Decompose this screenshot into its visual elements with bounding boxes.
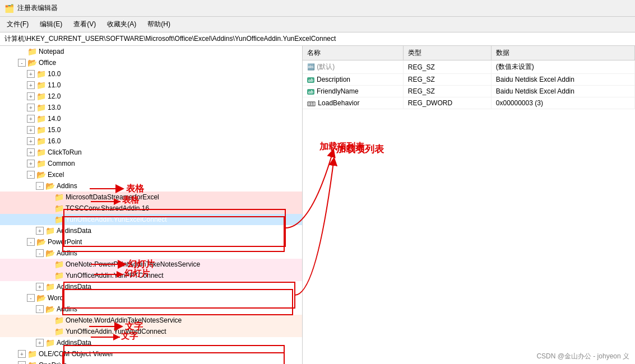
list-item[interactable]: + 📁 AddinsData (0, 225, 302, 236)
watermark: CSDN @金山办公 - johyeon 义 (536, 352, 629, 361)
expand-btn[interactable]: - (36, 182, 44, 190)
menu-edit[interactable]: 编辑(E) (38, 18, 64, 30)
node-label: AddinsData (57, 227, 91, 235)
tree-panel[interactable]: 📁 Notepad - 📂 Office + 📁 10.0 + 📁 11.0 + (0, 46, 303, 364)
entry-type: REG_SZ (403, 60, 491, 74)
list-item[interactable]: 📁 TCSCConv.SharedAddin.16 (0, 203, 302, 214)
list-item[interactable]: - 📂 Addins (0, 248, 302, 259)
menu-file[interactable]: 文件(F) (4, 18, 31, 30)
expand-btn[interactable]: + (27, 104, 35, 111)
entry-type: REG_SZ (403, 74, 491, 86)
node-label: TCSCConv.SharedAddin.16 (66, 204, 149, 212)
list-item[interactable]: - 📂 PowerPoint (0, 236, 302, 248)
folder-icon: 📁 (27, 361, 37, 364)
folder-icon: 📂 (36, 237, 46, 246)
list-item[interactable]: 📁 YunOfficeAddin.YunWordConnect (0, 326, 302, 337)
expand-btn[interactable]: + (36, 339, 44, 347)
list-item[interactable]: - 📂 Word (0, 292, 302, 304)
list-item[interactable]: 📁 OneNote.PowerPointAddinTakeNotesServic… (0, 259, 302, 270)
folder-icon: 📁 (27, 47, 37, 56)
table-row[interactable]: abFriendlyName REG_SZ Baidu Netdisk Exce… (303, 86, 635, 97)
list-item[interactable]: 📁 MicrosoftDataStreamerforExcel (0, 192, 302, 203)
entry-name: abDescription (303, 74, 403, 86)
table-row[interactable]: abDescription REG_SZ Baidu Netdisk Excel… (303, 74, 635, 86)
address-bar[interactable]: 计算机\HKEY_CURRENT_USER\SOFTWARE\Microsoft… (0, 32, 635, 46)
col-type: 类型 (403, 46, 491, 60)
entry-type: REG_SZ (403, 86, 491, 97)
list-item[interactable]: 📁 OneNote.WordAddinTakeNotesService (0, 315, 302, 326)
node-label: YunOfficeAddin.YunPPTConnect (66, 272, 164, 279)
list-item[interactable]: 📁 Notepad (0, 46, 302, 57)
folder-icon: 📁 (36, 69, 46, 78)
menu-favorites[interactable]: 收藏夹(A) (105, 18, 138, 30)
list-item[interactable]: + 📁 16.0 (0, 136, 302, 147)
expand-btn[interactable]: + (27, 126, 35, 134)
list-item[interactable]: 📁 YunOfficeAddin.YunPPTConnect (0, 270, 302, 281)
expand-btn[interactable]: - (36, 249, 44, 257)
expand-btn[interactable]: + (36, 283, 44, 291)
menu-view[interactable]: 查看(V) (71, 18, 98, 30)
list-item[interactable]: + 📁 OLE/COM Object Viewer (0, 348, 302, 360)
expand-btn[interactable]: + (27, 160, 35, 167)
col-data: 数据 (491, 46, 634, 60)
list-item[interactable]: - 📂 Addins (0, 304, 302, 315)
list-item[interactable]: - 📂 Office (0, 57, 302, 68)
expand-btn[interactable]: + (27, 115, 35, 123)
list-item[interactable]: + 📁 15.0 (0, 124, 302, 136)
entry-name: abFriendlyName (303, 86, 403, 97)
expand-btn[interactable]: + (27, 92, 35, 100)
list-item[interactable]: + 📁 AddinsData (0, 281, 302, 292)
table-row[interactable]: 010LoadBehavior REG_DWORD 0x00000003 (3) (303, 97, 635, 109)
expand-btn[interactable]: - (27, 171, 35, 179)
node-label: 11.0 (48, 81, 61, 89)
expand-btn[interactable]: + (36, 227, 44, 235)
node-label: YunOfficeAddin.YunExcelConnect (66, 216, 167, 223)
expand-btn[interactable]: - (27, 294, 35, 302)
list-item[interactable]: + 📁 13.0 (0, 102, 302, 113)
list-item[interactable]: + 📁 Common (0, 158, 302, 169)
folder-icon: 📁 (45, 226, 55, 235)
node-label: Common (48, 160, 75, 167)
folder-icon: 📁 (54, 204, 64, 213)
entry-name: 010LoadBehavior (303, 97, 403, 109)
annotation-jiazai: 加载项列表 (319, 141, 364, 153)
list-item[interactable]: + 📁 OneDrive (0, 360, 302, 364)
main-content: 📁 Notepad - 📂 Office + 📁 10.0 + 📁 11.0 + (0, 46, 635, 364)
list-item[interactable]: + 📁 11.0 (0, 80, 302, 91)
list-item[interactable]: + 📁 10.0 (0, 68, 302, 80)
expand-btn[interactable]: + (27, 81, 35, 89)
list-item[interactable]: + 📁 ClickToRun (0, 147, 302, 158)
expand-btn[interactable]: - (27, 238, 35, 246)
menu-help[interactable]: 帮助(H) (145, 18, 173, 30)
list-item[interactable]: + 📁 12.0 (0, 91, 302, 102)
app-title: 注册表编辑器 (17, 3, 58, 13)
expand-btn[interactable]: - (36, 305, 44, 313)
list-item[interactable]: - 📂 Excel (0, 169, 302, 180)
node-label: Addins (57, 249, 77, 257)
data-panel: 名称 类型 数据 🔤 (默认) REG_SZ (数值未设置) (303, 46, 635, 364)
expand-btn[interactable]: + (18, 361, 26, 364)
folder-icon: 📁 (36, 92, 46, 101)
folder-icon: 📁 (54, 193, 64, 202)
table-row[interactable]: 🔤 (默认) REG_SZ (数值未设置) (303, 60, 635, 74)
address-text: 计算机\HKEY_CURRENT_USER\SOFTWARE\Microsoft… (4, 35, 336, 43)
list-item[interactable]: + 📁 14.0 (0, 113, 302, 124)
app-icon: 🗂️ (4, 4, 14, 13)
list-item[interactable]: - 📂 Addins (0, 180, 302, 192)
expand-btn[interactable]: + (27, 148, 35, 156)
folder-icon: 📂 (36, 293, 46, 302)
folder-icon: 📁 (36, 159, 46, 168)
list-item[interactable]: 📁 YunOfficeAddin.YunExcelConnect (0, 214, 302, 225)
node-label: PowerPoint (48, 238, 82, 246)
folder-icon: 📁 (36, 137, 46, 146)
folder-icon: 📂 (36, 170, 46, 179)
node-label: OneDrive (39, 361, 67, 364)
expand-btn[interactable]: + (27, 70, 35, 78)
list-item[interactable]: + 📁 AddinsData (0, 337, 302, 348)
expand-btn[interactable]: - (18, 59, 26, 67)
expand-btn[interactable]: + (18, 350, 26, 358)
folder-icon: 📁 (36, 125, 46, 134)
expand-btn[interactable]: + (27, 137, 35, 145)
menu-bar: 文件(F) 编辑(E) 查看(V) 收藏夹(A) 帮助(H) (0, 17, 635, 32)
title-bar: 🗂️ 注册表编辑器 (0, 0, 635, 17)
